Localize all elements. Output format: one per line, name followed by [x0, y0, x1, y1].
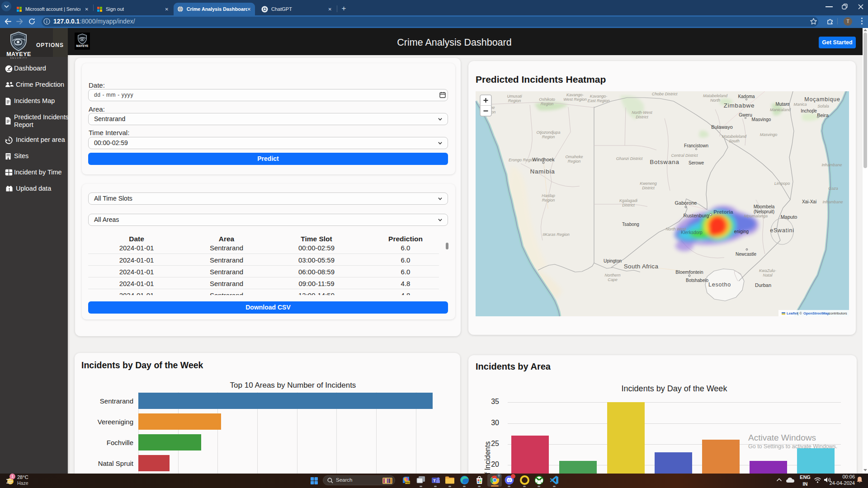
svg-text:South: South	[729, 139, 740, 143]
svg-text:Namibia: Namibia	[530, 168, 555, 175]
svg-text:District: District	[622, 203, 635, 207]
svg-text:OpenStreetMap: OpenStreetMap	[803, 311, 830, 315]
svg-text:Oshikoto: Oshikoto	[539, 97, 555, 102]
svg-text:Bloemfontein: Bloemfontein	[675, 269, 703, 275]
svg-text:South Africa: South Africa	[624, 263, 659, 270]
svg-text:Tsabong: Tsabong	[622, 222, 639, 227]
svg-text:Leaflet: Leaflet	[787, 311, 798, 315]
svg-text:Zimbabwe: Zimbabwe	[724, 102, 755, 109]
svg-text:Kadoma: Kadoma	[738, 94, 755, 99]
svg-text:KwaZulu-: KwaZulu-	[759, 268, 776, 273]
svg-text:Northern: Northern	[604, 273, 620, 277]
svg-text:Inchope: Inchope	[801, 108, 817, 113]
svg-text:Gweru: Gweru	[739, 113, 752, 117]
svg-text:District: District	[636, 115, 648, 119]
svg-text:contributors: contributors	[829, 311, 847, 315]
svg-text:Masvingo: Masvingo	[760, 132, 778, 137]
svg-text:Xai-Xai: Xai-Xai	[802, 199, 816, 204]
svg-text:Region: Region	[542, 135, 555, 139]
svg-text:PRE: PRE	[405, 481, 410, 484]
svg-text:Pretoria: Pretoria	[713, 209, 733, 215]
svg-text:Durban: Durban	[755, 282, 771, 288]
svg-text:West Region: West Region	[563, 97, 586, 102]
svg-text:Matabeleland: Matabeleland	[722, 134, 747, 139]
svg-text:(Nelspruit): (Nelspruit)	[754, 209, 774, 214]
svg-text:Sofala: Sofala	[817, 104, 829, 108]
svg-text:Ghanzi District: Ghanzi District	[616, 156, 643, 161]
svg-text:Francistown: Francistown	[684, 143, 708, 148]
svg-text:Kgalagadi: Kgalagadi	[619, 198, 638, 203]
svg-text:Otjozondjupa: Otjozondjupa	[536, 130, 560, 135]
svg-text:T: T	[433, 479, 436, 483]
svg-text:District: District	[642, 186, 655, 190]
svg-text:Kavango-: Kavango-	[590, 94, 608, 99]
svg-text:Region: Region	[542, 198, 555, 202]
svg-text:Inhambane: Inhambane	[821, 163, 842, 167]
svg-text:Mbombela: Mbombela	[754, 204, 775, 209]
svg-text:Region: Region	[568, 159, 581, 164]
svg-text:Cape: Cape	[608, 277, 618, 282]
svg-text:Central District: Central District	[671, 153, 698, 158]
svg-text:Newcastle: Newcastle	[736, 252, 757, 257]
svg-text:Beira: Beira	[817, 113, 829, 118]
svg-text:North-West: North-West	[632, 110, 652, 115]
svg-text:eSwatini: eSwatini	[770, 227, 794, 234]
svg-text:Inhambane: Inhambane	[822, 200, 843, 204]
svg-text:North: North	[710, 98, 720, 103]
svg-text:Natal: Natal	[763, 273, 773, 277]
svg-text:Chobe District: Chobe District	[652, 92, 678, 96]
svg-text:Manica: Manica	[793, 102, 807, 107]
svg-text:Masvingo: Masvingo	[752, 117, 771, 122]
svg-text:Windhoek: Windhoek	[533, 157, 555, 162]
svg-text:Bulawayo: Bulawayo	[711, 124, 733, 130]
svg-text:Rustenburg: Rustenburg	[684, 213, 709, 218]
svg-text:eniging: eniging	[734, 229, 749, 234]
svg-text:Klerksdorp: Klerksdorp	[681, 230, 703, 235]
svg-text:Erongo Region: Erongo Region	[509, 158, 536, 162]
svg-text:Gaborone: Gaborone	[675, 200, 697, 206]
svg-text:Botshabelo: Botshabelo	[686, 278, 708, 283]
svg-text:IIKaras Region: IIKaras Region	[542, 232, 570, 237]
svg-text:Botswana: Botswana	[650, 159, 679, 165]
svg-text:Hardap: Hardap	[542, 193, 555, 198]
svg-text:Kweneng: Kweneng	[640, 181, 657, 186]
svg-text:Upington: Upington	[604, 258, 622, 263]
svg-text:Mpumalanga: Mpumalanga	[744, 214, 768, 218]
svg-text:Omaheke: Omaheke	[565, 155, 583, 159]
svg-text:Limpopo: Limpopo	[774, 181, 790, 186]
svg-text:Kavango-: Kavango-	[566, 93, 584, 97]
svg-text:| ©: | ©	[797, 311, 802, 315]
svg-text:Maputo: Maputo	[781, 214, 797, 220]
svg-text:Lesotho: Lesotho	[708, 282, 731, 288]
svg-text:Manicaland: Manicaland	[770, 108, 791, 112]
svg-text:Matabeleland: Matabeleland	[703, 94, 728, 98]
svg-text:Region: Region	[508, 99, 521, 103]
svg-text:Gaza: Gaza	[828, 186, 838, 191]
svg-text:Serowe: Serowe	[689, 160, 704, 165]
svg-text:Moçambique: Moçambique	[804, 96, 840, 103]
svg-text:Umusati: Umusati	[507, 94, 522, 99]
svg-text:East Region: East Region	[587, 99, 609, 103]
svg-text:Region: Region	[541, 102, 554, 106]
